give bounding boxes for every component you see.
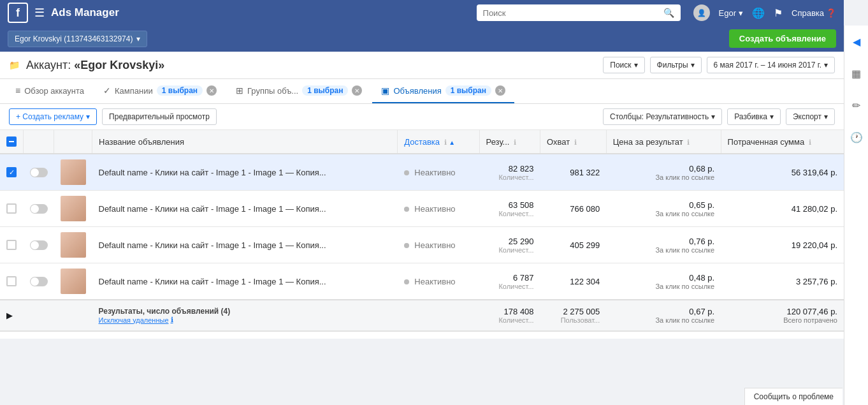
row-results-cell: 63 508 Количест...	[479, 191, 540, 227]
cost-sub: За клик по ссылке	[612, 283, 714, 290]
search-input[interactable]	[483, 8, 660, 18]
tab-campaigns-label: Кампании	[115, 86, 153, 96]
tab-adsets-label: Группы объ...	[247, 86, 298, 96]
app-title: Ads Manager	[51, 6, 470, 19]
action-bar: + Создать рекламу ▾ Предварительный прос…	[0, 104, 844, 130]
cost-sub: За клик по ссылке	[612, 210, 714, 217]
status-text: Неактивно	[414, 240, 455, 250]
create-ad-button[interactable]: Создать объявление	[729, 29, 836, 48]
bottom-scroll[interactable]	[0, 331, 844, 339]
campaigns-tab-close[interactable]: ✕	[206, 85, 217, 96]
th-toggle	[24, 130, 54, 154]
table-row: Default name - Клики на сайт - Image 1 -…	[0, 227, 844, 263]
preview-button[interactable]: Предварительный просмотр	[102, 108, 217, 125]
ad-thumbnail	[61, 269, 86, 294]
date-range-button[interactable]: 6 мая 2017 г. – 14 июня 2017 г. ▾	[707, 57, 835, 73]
th-delivery[interactable]: Доставка ℹ ▲	[398, 130, 479, 154]
row-checkbox-cell[interactable]: ✓	[0, 154, 24, 191]
summary-spent: 120 077,46 р. Всего потрачено	[721, 300, 844, 331]
row-cost-cell: 0,65 р. За клик по ссылке	[606, 191, 721, 227]
tab-overview[interactable]: ≡ Обзор аккаунта	[6, 79, 93, 103]
create-ad-action-button[interactable]: + Создать рекламу ▾	[9, 108, 97, 125]
row-toggle-cell[interactable]	[24, 227, 54, 263]
campaigns-icon: ✓	[103, 85, 111, 96]
select-all-checkbox[interactable]	[6, 136, 17, 147]
row-delivery-cell: Неактивно	[398, 227, 479, 263]
row-checkbox[interactable]	[6, 240, 17, 250]
tab-campaigns[interactable]: ✓ Кампании 1 выбран ✕	[94, 79, 226, 103]
row-delivery-cell: Неактивно	[398, 191, 479, 227]
row-toggle-cell[interactable]	[24, 191, 54, 227]
columns-button[interactable]: Столбцы: Результативность ▾	[603, 108, 722, 125]
cost-value: 0,68 р.	[612, 164, 714, 173]
results-sub: Количест...	[486, 210, 534, 217]
row-checkbox[interactable]	[6, 203, 17, 214]
filters-button[interactable]: Фильтры ▾	[650, 57, 702, 73]
globe-icon[interactable]: 🌐	[752, 7, 765, 19]
tab-adsets[interactable]: ⊞ Группы объ... 1 выбран ✕	[227, 79, 371, 103]
row-cost-cell: 0,68 р. За клик по ссылке	[606, 154, 721, 191]
row-checkbox[interactable]	[6, 276, 17, 286]
row-toggle-cell[interactable]	[24, 154, 54, 191]
tab-ads[interactable]: ▣ Объявления 1 выбран ✕	[372, 79, 514, 103]
status-dot	[404, 170, 409, 175]
row-toggle[interactable]	[30, 168, 48, 177]
summary-delivery	[398, 300, 479, 331]
info-icon: ℹ	[171, 316, 173, 324]
row-cost-cell: 0,76 р. За клик по ссылке	[606, 227, 721, 263]
export-button[interactable]: Экспорт ▾	[786, 108, 835, 125]
cost-value: 0,76 р.	[612, 237, 714, 246]
user-menu[interactable]: Egor ▾	[719, 8, 743, 18]
row-name-cell: Default name - Клики на сайт - Image 1 -…	[92, 191, 398, 227]
results-info-icon: ℹ	[514, 138, 516, 146]
row-toggle[interactable]	[30, 240, 48, 250]
row-checkbox-cell[interactable]	[0, 191, 24, 227]
status-text: Неактивно	[414, 277, 455, 286]
th-select-all[interactable]	[0, 130, 24, 154]
row-checkbox[interactable]: ✓	[6, 167, 17, 177]
ads-tab-close[interactable]: ✕	[495, 85, 505, 96]
row-spent-cell: 41 280,02 р.	[721, 191, 844, 227]
row-toggle[interactable]	[30, 277, 48, 286]
row-checkbox-cell[interactable]	[0, 263, 24, 300]
summary-reach-value: 2 275 005	[547, 307, 600, 316]
summary-cost-sub: За клик по ссылке	[612, 316, 714, 324]
results-sub: Количест...	[486, 283, 534, 290]
tabs-bar: ≡ Обзор аккаунта ✓ Кампании 1 выбран ✕ ⊞…	[0, 79, 844, 104]
row-toggle[interactable]	[30, 204, 48, 214]
account-selector[interactable]: Egor Krovskyi (113743463132974) ▾	[8, 31, 147, 47]
reach-info-icon: ℹ	[574, 138, 577, 146]
spent-value: 19 220,04 р.	[792, 240, 837, 250]
hamburger-icon[interactable]: ☰	[34, 6, 45, 20]
search-filter-button[interactable]: Поиск ▾	[603, 57, 644, 73]
spent-info-icon: ℹ	[809, 138, 811, 146]
row-spent-cell: 3 257,76 р.	[721, 263, 844, 300]
breakdown-button[interactable]: Разбивка ▾	[727, 108, 781, 125]
sidebar-chart-icon[interactable]: ▦	[847, 64, 866, 83]
row-checkbox-cell[interactable]	[0, 227, 24, 263]
ad-name: Default name - Клики на сайт - Image 1 -…	[99, 168, 326, 177]
search-icon: 🔍	[663, 8, 674, 18]
summary-thumb	[54, 300, 92, 331]
row-toggle-cell[interactable]	[24, 263, 54, 300]
status-text: Неактивно	[414, 168, 455, 177]
table-row: Default name - Клики на сайт - Image 1 -…	[0, 191, 844, 227]
help-button[interactable]: Справка ❓	[792, 8, 836, 18]
exclude-deleted-link[interactable]: Исключая удаленные ℹ	[99, 316, 391, 324]
sub-header: Egor Krovskyi (113743463132974) ▾ Создат…	[0, 26, 844, 52]
row-name-cell: Default name - Клики на сайт - Image 1 -…	[92, 263, 398, 300]
sidebar-history-icon[interactable]: 🕐	[847, 128, 866, 147]
adsets-tab-close[interactable]: ✕	[352, 85, 362, 96]
results-value: 82 823	[486, 164, 534, 173]
ad-thumbnail	[61, 232, 86, 258]
toolbar: 📁 Аккаунт: «Egor Krovskyi» Поиск ▾ Фильт…	[0, 52, 844, 79]
summary-cost: 0,67 р. За клик по ссылке	[606, 300, 721, 331]
sidebar-edit-icon[interactable]: ✏	[847, 96, 866, 115]
table-row: ✓ Default name - Клики на сайт - Image 1…	[0, 154, 844, 191]
summary-expand[interactable]: ▶	[0, 300, 24, 331]
row-delivery-cell: Неактивно	[398, 154, 479, 191]
flag-icon[interactable]: ⚑	[774, 7, 783, 19]
summary-reach-sub: Пользоват...	[547, 316, 600, 324]
right-sidebar: ◀ ▦ ✏ 🕐	[844, 26, 868, 339]
sidebar-collapse-icon[interactable]: ◀	[847, 32, 866, 51]
